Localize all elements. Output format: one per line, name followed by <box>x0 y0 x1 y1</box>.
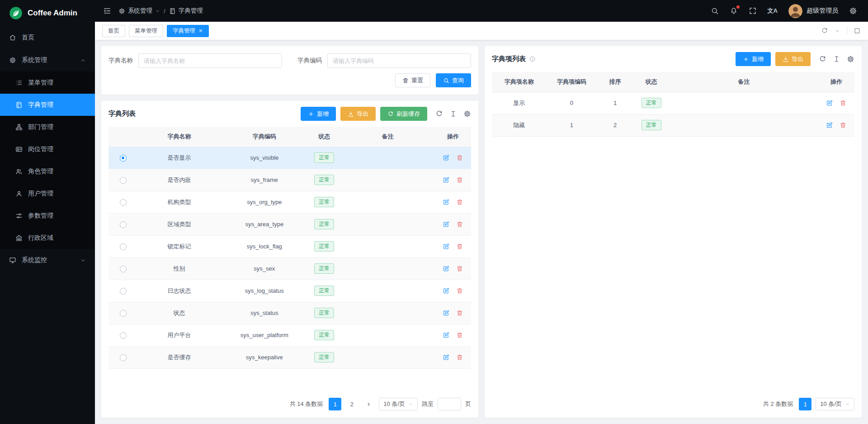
table-row[interactable]: 隐藏 1 2 正常 <box>492 114 854 136</box>
row-radio[interactable] <box>120 310 127 317</box>
page-1-button[interactable]: 1 <box>329 398 341 410</box>
sidebar-item-post-management[interactable]: 岗位管理 <box>0 138 95 160</box>
row-radio[interactable] <box>120 288 127 295</box>
row-radio[interactable] <box>120 177 127 184</box>
edit-icon[interactable] <box>443 354 450 361</box>
export-dict-item-button[interactable]: 导出 <box>775 52 811 66</box>
row-radio[interactable] <box>120 266 127 272</box>
edit-icon[interactable] <box>826 100 833 107</box>
sidebar-item-menu-management[interactable]: 菜单管理 <box>0 71 95 94</box>
edit-icon[interactable] <box>443 199 450 206</box>
user-menu[interactable]: 超级管理员 <box>788 4 838 18</box>
page-size-select[interactable]: 10 条/页 <box>816 398 854 410</box>
row-radio[interactable] <box>120 221 127 228</box>
table-row[interactable]: 锁定标记 sys_lock_flag 正常 <box>108 235 471 257</box>
edit-icon[interactable] <box>443 154 450 162</box>
add-dict-button[interactable]: 新增 <box>301 107 336 121</box>
tab-options-chevron-icon[interactable] <box>835 28 840 34</box>
sidebar-item-dept-management[interactable]: 部门管理 <box>0 116 95 138</box>
refresh-table-icon[interactable] <box>819 55 826 63</box>
table-row[interactable]: 用户平台 sys_user_platform 正常 <box>108 324 471 346</box>
breadcrumb-system[interactable]: 系统管理 <box>118 7 160 15</box>
density-icon[interactable] <box>833 55 840 63</box>
translate-icon[interactable]: 文A <box>768 7 778 15</box>
refresh-table-icon[interactable] <box>435 110 443 118</box>
breadcrumb-dict[interactable]: 字典管理 <box>169 7 203 15</box>
edit-icon[interactable] <box>443 221 450 228</box>
sidebar-group-monitor[interactable]: 系统监控 <box>0 249 95 272</box>
row-radio[interactable] <box>120 354 127 361</box>
table-row[interactable]: 机构类型 sys_org_type 正常 <box>108 191 471 213</box>
chevron-up-icon <box>80 57 86 63</box>
row-radio[interactable] <box>120 243 127 250</box>
refresh-tab-icon[interactable] <box>821 27 828 34</box>
delete-icon[interactable] <box>456 332 463 339</box>
search-icon[interactable] <box>711 7 719 15</box>
sidebar-item-role-management[interactable]: 角色管理 <box>0 160 95 182</box>
delete-icon[interactable] <box>456 154 463 162</box>
edit-icon[interactable] <box>443 310 450 317</box>
add-dict-item-button[interactable]: 新增 <box>736 52 771 66</box>
notification-bell-icon[interactable] <box>730 7 738 15</box>
page-1-button[interactable]: 1 <box>799 398 811 410</box>
table-row[interactable]: 是否显示 sys_visible 正常 <box>108 147 471 169</box>
edit-icon[interactable] <box>443 243 450 250</box>
jump-page-input[interactable] <box>438 398 461 410</box>
column-settings-gear-icon[interactable] <box>847 55 854 63</box>
refresh-cache-button[interactable]: 刷新缓存 <box>380 107 427 121</box>
sidebar-item-admin-region[interactable]: 行政区域 <box>0 227 95 249</box>
delete-icon[interactable] <box>456 176 463 184</box>
export-label: 导出 <box>792 55 803 63</box>
edit-icon[interactable] <box>826 122 833 129</box>
settings-gear-icon[interactable] <box>849 7 857 15</box>
dict-code-input[interactable] <box>327 53 471 68</box>
table-row[interactable]: 状态 sys_status 正常 <box>108 302 471 324</box>
export-dict-button[interactable]: 导出 <box>340 107 376 121</box>
table-row[interactable]: 是否内嵌 sys_frame 正常 <box>108 169 471 191</box>
next-page-button[interactable] <box>362 398 375 410</box>
row-radio[interactable] <box>120 199 127 206</box>
delete-icon[interactable] <box>456 310 463 317</box>
cell-dict-code: sys_sex <box>221 257 308 280</box>
column-settings-gear-icon[interactable] <box>463 110 471 118</box>
delete-icon[interactable] <box>456 265 463 272</box>
sidebar-item-dict-management[interactable]: 字典管理 <box>0 94 95 116</box>
sidebar-item-param-management[interactable]: 参数管理 <box>0 205 95 227</box>
table-row[interactable]: 显示 0 1 正常 <box>492 92 854 114</box>
brand[interactable]: Coffee Admin <box>0 0 95 26</box>
edit-icon[interactable] <box>443 265 450 272</box>
close-icon[interactable] <box>198 29 203 33</box>
query-button[interactable]: 查询 <box>436 73 471 87</box>
table-tool-icons <box>435 110 471 118</box>
page-2-button[interactable]: 2 <box>345 398 358 410</box>
dict-name-input[interactable] <box>138 53 282 68</box>
edit-icon[interactable] <box>443 287 450 295</box>
reset-button[interactable]: 重置 <box>395 73 430 87</box>
delete-icon[interactable] <box>840 100 847 107</box>
delete-icon[interactable] <box>456 199 463 206</box>
density-icon[interactable] <box>449 110 457 118</box>
sidebar-group-system[interactable]: 系统管理 <box>0 49 95 71</box>
edit-icon[interactable] <box>443 176 450 184</box>
fullscreen-icon[interactable] <box>749 7 757 15</box>
sidebar-item-user-management[interactable]: 用户管理 <box>0 182 95 205</box>
row-radio-checked[interactable] <box>120 155 127 162</box>
tab-menu-management[interactable]: 菜单管理 <box>129 25 163 37</box>
table-row[interactable]: 日志状态 sys_log_status 正常 <box>108 280 471 302</box>
row-radio[interactable] <box>120 332 127 339</box>
tab-dict-management[interactable]: 字典管理 <box>167 25 209 37</box>
delete-icon[interactable] <box>840 122 847 129</box>
table-row[interactable]: 是否缓存 sys_keepalive 正常 <box>108 346 471 368</box>
maximize-content-icon[interactable] <box>854 27 861 34</box>
page-size-select[interactable]: 10 条/页 <box>379 398 418 410</box>
delete-icon[interactable] <box>456 354 463 361</box>
sidebar-item-home[interactable]: 首页 <box>0 26 95 49</box>
collapse-sidebar-icon[interactable] <box>103 7 111 15</box>
delete-icon[interactable] <box>456 221 463 228</box>
table-row[interactable]: 区域类型 sys_area_type 正常 <box>108 213 471 235</box>
delete-icon[interactable] <box>456 287 463 295</box>
delete-icon[interactable] <box>456 243 463 250</box>
table-row[interactable]: 性别 sys_sex 正常 <box>108 257 471 280</box>
edit-icon[interactable] <box>443 332 450 339</box>
tab-home[interactable]: 首页 <box>102 25 125 37</box>
